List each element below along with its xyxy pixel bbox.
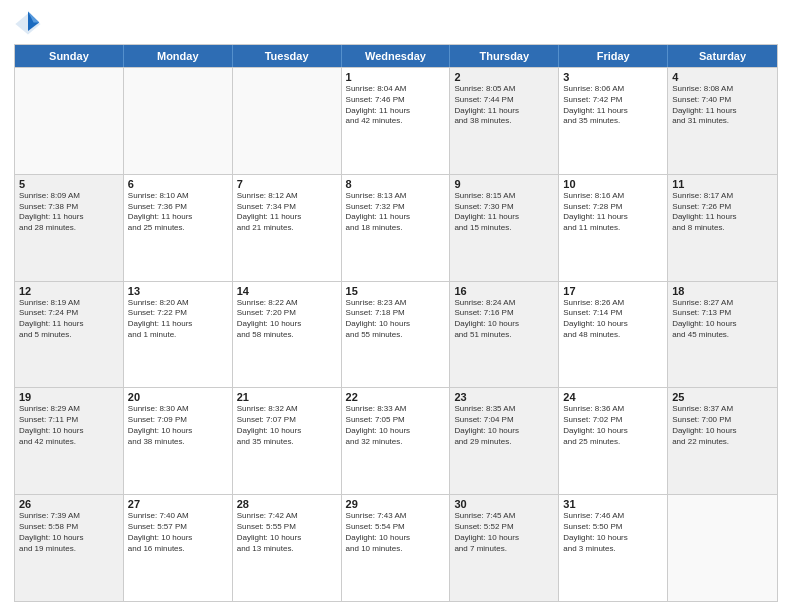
calendar-header-row: SundayMondayTuesdayWednesdayThursdayFrid… (15, 45, 777, 67)
calendar-header-cell: Saturday (668, 45, 777, 67)
calendar-cell: 22Sunrise: 8:33 AM Sunset: 7:05 PM Dayli… (342, 388, 451, 494)
day-number: 10 (563, 178, 663, 190)
day-info: Sunrise: 8:20 AM Sunset: 7:22 PM Dayligh… (128, 298, 228, 341)
day-info: Sunrise: 8:33 AM Sunset: 7:05 PM Dayligh… (346, 404, 446, 447)
calendar-cell: 18Sunrise: 8:27 AM Sunset: 7:13 PM Dayli… (668, 282, 777, 388)
calendar-cell: 14Sunrise: 8:22 AM Sunset: 7:20 PM Dayli… (233, 282, 342, 388)
day-number: 28 (237, 498, 337, 510)
day-number: 2 (454, 71, 554, 83)
day-number: 24 (563, 391, 663, 403)
calendar-cell: 24Sunrise: 8:36 AM Sunset: 7:02 PM Dayli… (559, 388, 668, 494)
day-number: 27 (128, 498, 228, 510)
calendar-cell: 10Sunrise: 8:16 AM Sunset: 7:28 PM Dayli… (559, 175, 668, 281)
day-info: Sunrise: 8:12 AM Sunset: 7:34 PM Dayligh… (237, 191, 337, 234)
calendar-cell: 23Sunrise: 8:35 AM Sunset: 7:04 PM Dayli… (450, 388, 559, 494)
day-info: Sunrise: 8:19 AM Sunset: 7:24 PM Dayligh… (19, 298, 119, 341)
day-number: 21 (237, 391, 337, 403)
day-info: Sunrise: 8:17 AM Sunset: 7:26 PM Dayligh… (672, 191, 773, 234)
day-number: 18 (672, 285, 773, 297)
page-header (14, 10, 778, 38)
calendar-cell: 19Sunrise: 8:29 AM Sunset: 7:11 PM Dayli… (15, 388, 124, 494)
day-info: Sunrise: 8:35 AM Sunset: 7:04 PM Dayligh… (454, 404, 554, 447)
day-number: 11 (672, 178, 773, 190)
day-info: Sunrise: 8:22 AM Sunset: 7:20 PM Dayligh… (237, 298, 337, 341)
calendar-header-cell: Thursday (450, 45, 559, 67)
day-info: Sunrise: 7:40 AM Sunset: 5:57 PM Dayligh… (128, 511, 228, 554)
day-number: 20 (128, 391, 228, 403)
calendar-cell: 15Sunrise: 8:23 AM Sunset: 7:18 PM Dayli… (342, 282, 451, 388)
day-number: 15 (346, 285, 446, 297)
calendar-cell: 7Sunrise: 8:12 AM Sunset: 7:34 PM Daylig… (233, 175, 342, 281)
calendar-cell: 4Sunrise: 8:08 AM Sunset: 7:40 PM Daylig… (668, 68, 777, 174)
calendar-row: 26Sunrise: 7:39 AM Sunset: 5:58 PM Dayli… (15, 494, 777, 601)
day-number: 14 (237, 285, 337, 297)
day-number: 1 (346, 71, 446, 83)
calendar-row: 12Sunrise: 8:19 AM Sunset: 7:24 PM Dayli… (15, 281, 777, 388)
calendar-cell (124, 68, 233, 174)
day-info: Sunrise: 8:23 AM Sunset: 7:18 PM Dayligh… (346, 298, 446, 341)
day-number: 13 (128, 285, 228, 297)
day-number: 30 (454, 498, 554, 510)
day-number: 9 (454, 178, 554, 190)
day-info: Sunrise: 8:13 AM Sunset: 7:32 PM Dayligh… (346, 191, 446, 234)
day-info: Sunrise: 7:43 AM Sunset: 5:54 PM Dayligh… (346, 511, 446, 554)
day-number: 3 (563, 71, 663, 83)
day-info: Sunrise: 8:09 AM Sunset: 7:38 PM Dayligh… (19, 191, 119, 234)
day-number: 7 (237, 178, 337, 190)
day-info: Sunrise: 8:32 AM Sunset: 7:07 PM Dayligh… (237, 404, 337, 447)
day-info: Sunrise: 8:27 AM Sunset: 7:13 PM Dayligh… (672, 298, 773, 341)
day-number: 19 (19, 391, 119, 403)
calendar-cell: 9Sunrise: 8:15 AM Sunset: 7:30 PM Daylig… (450, 175, 559, 281)
day-number: 22 (346, 391, 446, 403)
day-info: Sunrise: 8:05 AM Sunset: 7:44 PM Dayligh… (454, 84, 554, 127)
day-number: 17 (563, 285, 663, 297)
calendar-cell: 13Sunrise: 8:20 AM Sunset: 7:22 PM Dayli… (124, 282, 233, 388)
calendar-cell: 28Sunrise: 7:42 AM Sunset: 5:55 PM Dayli… (233, 495, 342, 601)
calendar-cell: 6Sunrise: 8:10 AM Sunset: 7:36 PM Daylig… (124, 175, 233, 281)
day-info: Sunrise: 8:06 AM Sunset: 7:42 PM Dayligh… (563, 84, 663, 127)
day-info: Sunrise: 8:29 AM Sunset: 7:11 PM Dayligh… (19, 404, 119, 447)
day-number: 16 (454, 285, 554, 297)
calendar-header-cell: Wednesday (342, 45, 451, 67)
calendar-cell: 12Sunrise: 8:19 AM Sunset: 7:24 PM Dayli… (15, 282, 124, 388)
calendar-row: 19Sunrise: 8:29 AM Sunset: 7:11 PM Dayli… (15, 387, 777, 494)
day-info: Sunrise: 8:08 AM Sunset: 7:40 PM Dayligh… (672, 84, 773, 127)
logo-icon (14, 10, 42, 38)
day-number: 29 (346, 498, 446, 510)
day-info: Sunrise: 8:04 AM Sunset: 7:46 PM Dayligh… (346, 84, 446, 127)
day-info: Sunrise: 8:36 AM Sunset: 7:02 PM Dayligh… (563, 404, 663, 447)
calendar-cell: 8Sunrise: 8:13 AM Sunset: 7:32 PM Daylig… (342, 175, 451, 281)
logo (14, 10, 45, 38)
calendar-cell: 21Sunrise: 8:32 AM Sunset: 7:07 PM Dayli… (233, 388, 342, 494)
calendar-cell (233, 68, 342, 174)
calendar-cell: 29Sunrise: 7:43 AM Sunset: 5:54 PM Dayli… (342, 495, 451, 601)
day-number: 26 (19, 498, 119, 510)
calendar-cell: 25Sunrise: 8:37 AM Sunset: 7:00 PM Dayli… (668, 388, 777, 494)
day-info: Sunrise: 8:24 AM Sunset: 7:16 PM Dayligh… (454, 298, 554, 341)
calendar: SundayMondayTuesdayWednesdayThursdayFrid… (14, 44, 778, 602)
calendar-cell: 30Sunrise: 7:45 AM Sunset: 5:52 PM Dayli… (450, 495, 559, 601)
calendar-cell: 11Sunrise: 8:17 AM Sunset: 7:26 PM Dayli… (668, 175, 777, 281)
day-info: Sunrise: 8:37 AM Sunset: 7:00 PM Dayligh… (672, 404, 773, 447)
day-number: 8 (346, 178, 446, 190)
calendar-header-cell: Friday (559, 45, 668, 67)
calendar-cell: 20Sunrise: 8:30 AM Sunset: 7:09 PM Dayli… (124, 388, 233, 494)
day-number: 23 (454, 391, 554, 403)
day-info: Sunrise: 7:46 AM Sunset: 5:50 PM Dayligh… (563, 511, 663, 554)
calendar-cell: 16Sunrise: 8:24 AM Sunset: 7:16 PM Dayli… (450, 282, 559, 388)
day-number: 5 (19, 178, 119, 190)
day-info: Sunrise: 8:15 AM Sunset: 7:30 PM Dayligh… (454, 191, 554, 234)
calendar-cell (668, 495, 777, 601)
calendar-cell: 26Sunrise: 7:39 AM Sunset: 5:58 PM Dayli… (15, 495, 124, 601)
day-info: Sunrise: 7:42 AM Sunset: 5:55 PM Dayligh… (237, 511, 337, 554)
calendar-cell: 27Sunrise: 7:40 AM Sunset: 5:57 PM Dayli… (124, 495, 233, 601)
day-info: Sunrise: 8:26 AM Sunset: 7:14 PM Dayligh… (563, 298, 663, 341)
day-number: 31 (563, 498, 663, 510)
calendar-header-cell: Monday (124, 45, 233, 67)
calendar-cell (15, 68, 124, 174)
day-info: Sunrise: 8:30 AM Sunset: 7:09 PM Dayligh… (128, 404, 228, 447)
day-info: Sunrise: 7:39 AM Sunset: 5:58 PM Dayligh… (19, 511, 119, 554)
day-number: 12 (19, 285, 119, 297)
calendar-cell: 17Sunrise: 8:26 AM Sunset: 7:14 PM Dayli… (559, 282, 668, 388)
calendar-body: 1Sunrise: 8:04 AM Sunset: 7:46 PM Daylig… (15, 67, 777, 601)
